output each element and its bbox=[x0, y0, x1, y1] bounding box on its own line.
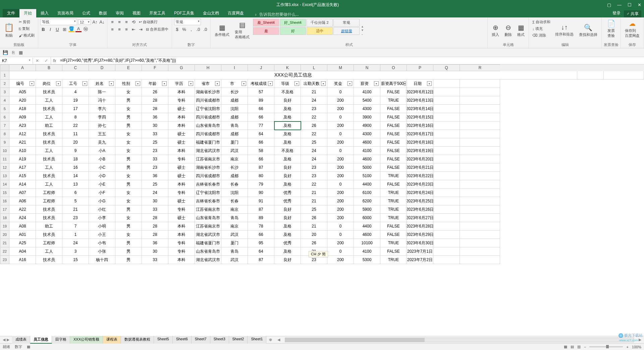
zoom-in-icon[interactable]: + bbox=[626, 345, 628, 349]
data-cell[interactable]: 武汉 bbox=[221, 231, 248, 239]
data-cell[interactable]: 4400 bbox=[354, 222, 380, 231]
column-header[interactable]: M bbox=[327, 64, 354, 71]
data-cell[interactable]: 24 bbox=[142, 189, 168, 197]
cell[interactable] bbox=[433, 138, 460, 147]
data-cell[interactable]: 硕士 bbox=[168, 214, 195, 222]
data-cell[interactable]: 武汉 bbox=[221, 256, 248, 264]
number-format-combo[interactable]: 常规 bbox=[174, 19, 201, 25]
column-header[interactable]: B bbox=[36, 64, 62, 71]
cell[interactable] bbox=[460, 239, 500, 247]
merge-center-button[interactable]: ⊟合并后居中 bbox=[145, 26, 170, 33]
data-cell[interactable]: 64 bbox=[248, 247, 274, 256]
data-cell[interactable]: FALSE bbox=[380, 113, 407, 121]
data-cell[interactable]: 技术员 bbox=[36, 256, 62, 264]
data-cell[interactable]: 硕士 bbox=[168, 105, 195, 113]
table-header-cell[interactable]: 日期▾ bbox=[407, 80, 433, 88]
data-cell[interactable]: 6200 bbox=[354, 197, 380, 205]
filter-dropdown-icon[interactable]: ▾ bbox=[83, 81, 87, 86]
data-cell[interactable]: 66 bbox=[248, 155, 274, 163]
data-cell[interactable]: TRUE bbox=[380, 256, 407, 264]
gallery-more-icon[interactable]: ⌄ bbox=[361, 32, 364, 36]
data-cell[interactable]: 男 bbox=[115, 247, 142, 256]
cell[interactable] bbox=[433, 197, 460, 205]
data-cell[interactable]: 成都 bbox=[221, 113, 248, 121]
tab-file[interactable]: 文件 bbox=[3, 9, 19, 17]
cell[interactable] bbox=[433, 96, 460, 105]
data-cell[interactable]: FALSE bbox=[380, 180, 407, 189]
align-left-icon[interactable]: ≡ bbox=[109, 27, 115, 33]
data-cell[interactable]: 23 bbox=[301, 105, 327, 113]
data-cell[interactable]: A19 bbox=[9, 155, 36, 163]
data-cell[interactable]: 本科 bbox=[168, 121, 195, 130]
ribbon-display-options[interactable]: ▢ bbox=[607, 2, 611, 7]
data-cell[interactable]: 四川省成都市 bbox=[195, 172, 221, 180]
data-cell[interactable]: 87 bbox=[248, 256, 274, 264]
data-cell[interactable]: 王五 bbox=[89, 130, 115, 138]
data-cell[interactable]: 2023年6月15日 bbox=[407, 113, 433, 121]
data-cell[interactable]: 成都 bbox=[221, 130, 248, 138]
column-header[interactable]: J bbox=[248, 64, 274, 71]
data-cell[interactable]: 3900 bbox=[354, 113, 380, 121]
cell[interactable] bbox=[460, 138, 500, 147]
qat-icon-3[interactable]: ▦ bbox=[19, 50, 23, 55]
data-cell[interactable]: 吴九 bbox=[89, 138, 115, 147]
data-cell[interactable]: 工程师 bbox=[36, 197, 62, 205]
data-cell[interactable]: 36 bbox=[142, 239, 168, 247]
data-cell[interactable]: 6100 bbox=[354, 189, 380, 197]
data-cell[interactable]: 小李 bbox=[89, 214, 115, 222]
data-cell[interactable]: 36 bbox=[142, 172, 168, 180]
data-cell[interactable]: 200 bbox=[327, 214, 354, 222]
cell[interactable] bbox=[433, 231, 460, 239]
row-header[interactable]: 14 bbox=[0, 180, 9, 189]
sheet-tab[interactable]: 员工信息 bbox=[30, 336, 52, 344]
data-cell[interactable]: 7 bbox=[62, 222, 89, 231]
data-cell[interactable]: 6000 bbox=[354, 214, 380, 222]
data-cell[interactable]: 0 bbox=[327, 180, 354, 189]
sheet-tab[interactable]: 数据透视表教程 bbox=[121, 336, 154, 344]
data-cell[interactable]: 28 bbox=[142, 105, 168, 113]
row-header[interactable]: 13 bbox=[0, 172, 9, 180]
data-cell[interactable]: 4100 bbox=[354, 247, 380, 256]
row-header[interactable]: 23 bbox=[0, 256, 9, 264]
data-cell[interactable]: 技术员 bbox=[36, 205, 62, 214]
data-cell[interactable]: 0 bbox=[327, 147, 354, 155]
data-cell[interactable]: 成都 bbox=[221, 172, 248, 180]
add-sheet-button[interactable]: ⊕ bbox=[266, 338, 275, 342]
data-cell[interactable]: 山东省青岛市 bbox=[195, 121, 221, 130]
cell[interactable] bbox=[460, 130, 500, 138]
data-cell[interactable]: 200 bbox=[327, 163, 354, 172]
style-neutral[interactable]: 适中 bbox=[307, 27, 333, 35]
data-cell[interactable]: 本科 bbox=[168, 113, 195, 121]
maximize-button[interactable]: ☐ bbox=[628, 2, 632, 7]
data-cell[interactable]: 2023年7月2日 bbox=[407, 256, 433, 264]
data-cell[interactable]: TRUE bbox=[380, 205, 407, 214]
data-cell[interactable]: 2023年6月21日 bbox=[407, 163, 433, 172]
data-cell[interactable]: 2023年7月1日 bbox=[407, 247, 433, 256]
data-cell[interactable]: A16 bbox=[9, 256, 36, 264]
data-cell[interactable]: 及格 bbox=[274, 222, 301, 231]
row-header[interactable]: 16 bbox=[0, 197, 9, 205]
data-cell[interactable]: A10 bbox=[9, 147, 36, 155]
data-cell[interactable]: 9 bbox=[62, 147, 89, 155]
name-box[interactable]: K7 bbox=[0, 58, 33, 64]
fill-button[interactable]: ↓填充 bbox=[531, 26, 552, 32]
data-cell[interactable]: 0 bbox=[327, 222, 354, 231]
data-cell[interactable]: 33 bbox=[142, 256, 168, 264]
data-cell[interactable]: 不及格 bbox=[274, 147, 301, 155]
data-cell[interactable]: 优秀 bbox=[274, 189, 301, 197]
sheet-nav[interactable]: ◀▶ bbox=[0, 338, 12, 342]
merged-title-cell[interactable]: XXX公司员工信息 bbox=[9, 71, 577, 80]
table-format-button[interactable]: ▤套用 表格格式 bbox=[233, 19, 252, 42]
increase-decimal-icon[interactable]: .0 bbox=[195, 26, 201, 32]
data-cell[interactable]: 4300 bbox=[354, 130, 380, 138]
data-cell[interactable]: 2023年6月23日 bbox=[407, 180, 433, 189]
data-cell[interactable]: 小红 bbox=[89, 205, 115, 214]
data-cell[interactable]: 22 bbox=[62, 121, 89, 130]
column-header[interactable]: D bbox=[89, 64, 115, 71]
data-cell[interactable]: 200 bbox=[327, 105, 354, 113]
row-header[interactable]: 21 bbox=[0, 239, 9, 247]
data-cell[interactable]: 专科 bbox=[168, 247, 195, 256]
filter-dropdown-icon[interactable]: ▾ bbox=[321, 81, 326, 86]
data-cell[interactable]: 25 bbox=[142, 180, 168, 189]
row-header[interactable]: 5 bbox=[0, 105, 9, 113]
